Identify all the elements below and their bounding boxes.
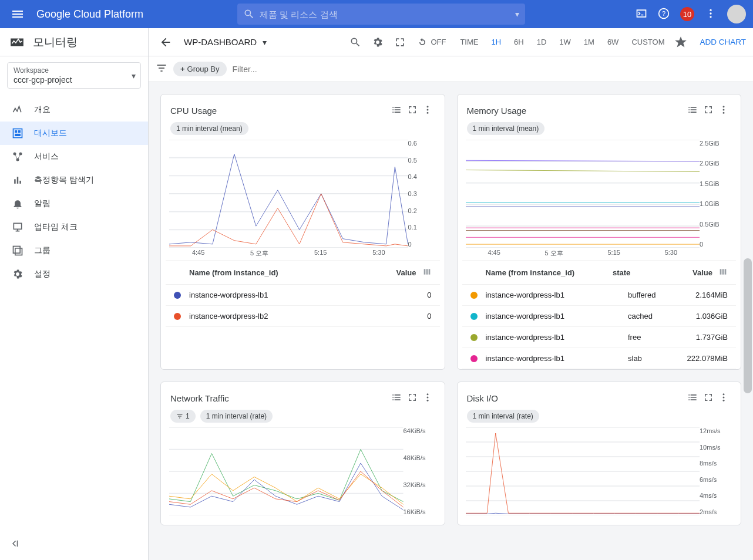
time-option-1H[interactable]: 1H <box>488 35 505 49</box>
svg-rect-8 <box>18 130 21 133</box>
more-vert-icon[interactable] <box>716 103 731 118</box>
svg-point-4 <box>710 16 711 18</box>
columns-icon[interactable] <box>718 267 728 278</box>
sidebar-item-label: 개요 <box>34 104 51 115</box>
svg-rect-14 <box>17 177 19 184</box>
chart-plot-network[interactable]: 64KiB/s48KiB/s32KiB/s16KiB/s 4:455 오후5:1… <box>169 427 436 525</box>
svg-point-21 <box>426 112 428 114</box>
fullscreen-chart-icon[interactable] <box>701 103 716 118</box>
time-option-CUSTOM[interactable]: CUSTOM <box>628 35 668 49</box>
more-vert-icon[interactable] <box>716 391 731 406</box>
time-option-1D[interactable]: 1D <box>533 35 550 49</box>
more-vert-icon[interactable] <box>705 8 717 21</box>
svg-point-32 <box>723 106 725 107</box>
product-header: 모니터링 <box>0 28 148 56</box>
settings-gear-icon[interactable] <box>368 33 387 52</box>
legend-row[interactable]: instance-wordpress-lb20 <box>166 306 440 327</box>
legend-toggle-icon[interactable] <box>388 390 405 406</box>
filter-input[interactable] <box>233 65 746 74</box>
time-option-6W[interactable]: 6W <box>604 35 623 49</box>
sidebar-item-6[interactable]: 그룹 <box>0 239 148 262</box>
more-vert-icon[interactable] <box>420 391 435 406</box>
dashboard-name[interactable]: WP-DASHBOARD <box>184 37 257 47</box>
monitoring-product-icon <box>9 35 25 50</box>
sidebar-item-7[interactable]: 설정 <box>0 262 148 286</box>
svg-rect-7 <box>15 130 17 133</box>
sidebar-item-1[interactable]: 대시보드 <box>0 122 148 145</box>
legend-col-name: Name (from instance_id) <box>189 268 364 277</box>
svg-rect-13 <box>14 179 16 184</box>
workspace-selector[interactable]: Workspace cccr-gcp-project ▾ <box>7 62 141 89</box>
back-button[interactable] <box>156 32 176 52</box>
svg-rect-31 <box>428 269 430 274</box>
sidebar-item-2[interactable]: 서비스 <box>0 145 148 168</box>
interval-chip[interactable]: 1 min interval (mean) <box>170 122 248 135</box>
page-toolbar: WP-DASHBOARD ▾ OFF TIME 1H6H1D1W1M6WCUST… <box>149 28 753 56</box>
dashboard-dropdown-icon[interactable]: ▾ <box>263 38 267 47</box>
chart-legend-memory: Name (from instance_id) state Value inst… <box>462 261 737 369</box>
nav-icon <box>12 127 23 139</box>
legend-row[interactable]: instance-wordpress-lb1free1.737GiB <box>462 327 737 348</box>
scrollbar[interactable] <box>744 82 752 560</box>
sidebar-item-4[interactable]: 알림 <box>0 192 148 215</box>
sidebar-item-5[interactable]: 업타임 체크 <box>0 215 148 239</box>
svg-point-12 <box>16 158 19 161</box>
help-icon[interactable]: ? <box>658 8 670 21</box>
sidebar-item-label: 업타임 체크 <box>34 222 78 232</box>
legend-row[interactable]: instance-wordpress-lb10 <box>166 285 440 306</box>
interval-chip[interactable]: 1 min interval (mean) <box>467 122 545 135</box>
search-input[interactable] <box>260 9 515 19</box>
svg-text:?: ? <box>662 10 665 17</box>
add-chart-button[interactable]: ADD CHART <box>700 38 746 46</box>
filter-list-icon[interactable] <box>156 62 167 76</box>
fullscreen-chart-icon[interactable] <box>405 103 420 118</box>
account-avatar[interactable] <box>727 5 746 23</box>
time-range-options: TIME 1H6H1D1W1M6WCUSTOM <box>456 35 668 49</box>
legend-row[interactable]: instance-wordpress-lb1buffered2.164MiB <box>462 285 737 306</box>
time-option-1M[interactable]: 1M <box>580 35 598 49</box>
sidebar-item-label: 대시보드 <box>34 128 67 139</box>
filter-count-chip[interactable]: 1 <box>170 410 196 423</box>
product-logo[interactable]: Google Cloud Platform <box>36 8 143 21</box>
legend-toggle-icon[interactable] <box>388 103 405 119</box>
fullscreen-icon[interactable] <box>391 33 409 52</box>
legend-row[interactable]: instance-wordpress-lb1cached1.036GiB <box>462 306 737 327</box>
notifications-badge[interactable]: 10 <box>680 7 694 21</box>
star-icon[interactable] <box>671 33 690 52</box>
product-title: 모니터링 <box>33 35 78 50</box>
chart-plot-disk[interactable]: 12ms/s10ms/s8ms/s6ms/s4ms/s2ms/s 4:455 오… <box>466 427 733 525</box>
chart-plot-memory[interactable]: 2.5GiB2.0GiB1.5GiB1.0GiB0.5GiB0 4:455 오후… <box>466 140 733 257</box>
fullscreen-chart-icon[interactable] <box>701 391 716 406</box>
time-option-1W[interactable]: 1W <box>556 35 574 49</box>
svg-point-45 <box>426 397 428 399</box>
nav-icon <box>12 221 23 233</box>
sidebar-item-0[interactable]: 개요 <box>0 98 148 122</box>
search-dropdown-icon[interactable]: ▾ <box>515 9 519 19</box>
nav-icon <box>12 104 23 116</box>
time-option-6H[interactable]: 6H <box>510 35 527 49</box>
search-button[interactable] <box>346 33 365 52</box>
interval-chip[interactable]: 1 min interval (rate) <box>467 410 539 423</box>
svg-rect-42 <box>722 269 724 274</box>
nav-icon <box>12 268 23 280</box>
chart-legend-cpu: Name (from instance_id) Value instance-w… <box>166 261 440 327</box>
chart-plot-cpu[interactable]: 0.60.50.40.30.20.10 4:455 오후5:155:30 <box>169 140 436 257</box>
group-by-button[interactable]: + Group By <box>173 62 227 76</box>
collapse-nav-button[interactable] <box>0 529 148 560</box>
cloud-shell-icon[interactable] <box>636 8 647 21</box>
auto-refresh-toggle[interactable]: OFF <box>413 33 449 52</box>
more-vert-icon[interactable] <box>420 103 435 118</box>
sidebar-item-3[interactable]: 측정항목 탐색기 <box>0 168 148 192</box>
sidebar-item-label: 그룹 <box>34 245 51 256</box>
svg-rect-17 <box>14 247 21 254</box>
legend-toggle-icon[interactable] <box>684 103 701 119</box>
svg-rect-30 <box>426 269 428 274</box>
fullscreen-chart-icon[interactable] <box>405 391 420 406</box>
hamburger-menu-icon[interactable] <box>7 4 28 25</box>
legend-toggle-icon[interactable] <box>684 390 701 406</box>
search-box[interactable]: ▾ <box>237 4 525 25</box>
legend-col-value: Value <box>660 268 712 277</box>
columns-icon[interactable] <box>422 267 432 278</box>
interval-chip[interactable]: 1 min interval (rate) <box>200 410 273 423</box>
legend-row[interactable]: instance-wordpress-lb1slab222.078MiB <box>462 348 737 369</box>
